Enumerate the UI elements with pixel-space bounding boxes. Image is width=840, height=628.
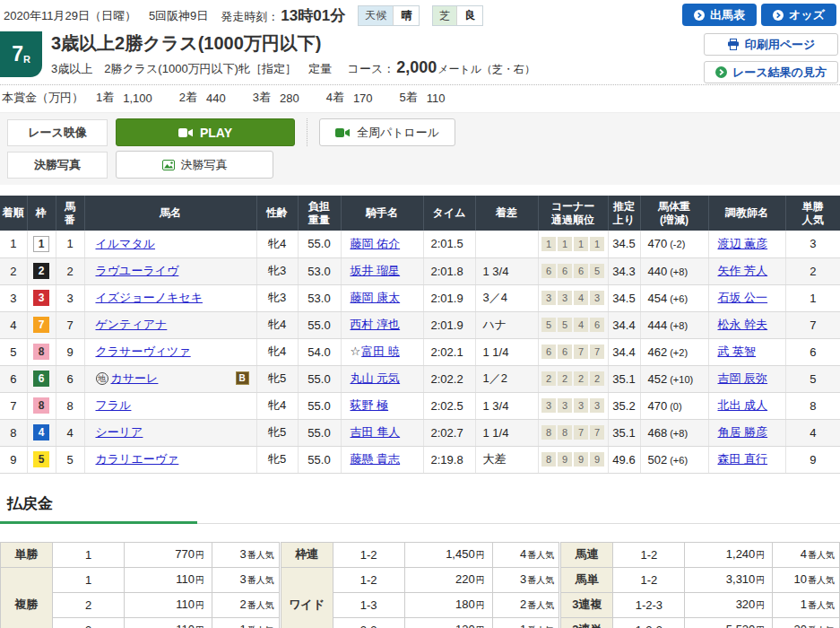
horse-name-link[interactable]: イルマタル [96, 237, 156, 250]
print-page-button[interactable]: 印刷用ページ [704, 33, 838, 56]
horse-name-link[interactable]: フラル [96, 398, 132, 412]
course-unit: メートル（芝・右） [437, 63, 535, 75]
margin: 1 3/4 [475, 392, 538, 419]
results-header-cell: 単勝 人気 [785, 196, 840, 231]
trainer-link[interactable]: 角居 勝彦 [718, 425, 768, 439]
jockey-link[interactable]: 吉田 隼人 [351, 425, 401, 439]
payout-section: 払戻金 単勝1770円3番人気複勝1110円3番人気2110円2番人気3110円… [0, 493, 840, 628]
yen-suffix: 円 [476, 550, 485, 560]
horse-name-link[interactable]: カラリエーヴァ [96, 452, 179, 466]
horse-name-link[interactable]: イズジョーノキセキ [96, 291, 203, 304]
trainer-link[interactable]: 石坂 公一 [718, 291, 768, 304]
horse-name-link[interactable]: ラヴユーライヴ [96, 264, 179, 277]
payout-amount-cell: 220円 [404, 567, 492, 592]
margin: 1 1/4 [475, 419, 538, 446]
prize-rank: 2着 [179, 90, 197, 106]
payout-amount-cell: 5,520円 [685, 617, 773, 628]
printer-icon [727, 39, 740, 50]
win-popularity: 4 [785, 419, 840, 446]
frame-number-badge: 6 [33, 371, 49, 387]
table-row: 477ゲンティアナ牝455.0西村 淳也2:01.9ハナ554634.4444(… [0, 311, 840, 338]
horse-name-cell: フラル [84, 392, 256, 419]
results-header-cell: 調教師名 [708, 196, 785, 231]
ninki-suffix: 番人気 [247, 550, 274, 560]
payout-amount-cell: 110円 [125, 567, 212, 592]
table-row: 666B地カサーレ牝555.0丸山 元気2:02.21／2222235.1452… [0, 365, 840, 392]
jockey-link[interactable]: 坂井 瑠星 [351, 264, 401, 277]
horse-name-cell: ゲンティアナ [84, 311, 256, 338]
chihou-mark: 地 [96, 372, 108, 385]
patrol-video-button[interactable]: 全周パトロール [319, 118, 455, 146]
payout-popularity: 1 [801, 597, 807, 611]
payout-popularity: 20 [794, 623, 807, 628]
race-title: 3歳以上2勝クラス(1000万円以下) [51, 31, 535, 55]
horse-name-link[interactable]: カサーレ [111, 371, 159, 385]
corner-order-cell: 2222 [538, 365, 608, 392]
win-popularity: 8 [785, 392, 840, 419]
odds-button[interactable]: オッズ [761, 4, 836, 26]
jockey-link[interactable]: 富田 暁 [361, 345, 400, 358]
results-guide-button[interactable]: レース結果の見方 [704, 61, 838, 83]
payout-row: 3連複1-2-3320円1番人気 [561, 592, 840, 617]
frame-cell: 8 [27, 392, 56, 419]
finish-position: 3 [0, 284, 27, 311]
trainer-link[interactable]: 吉岡 辰弥 [718, 371, 768, 385]
trainer-link[interactable]: 渡辺 薫彦 [718, 237, 768, 250]
trainer-link[interactable]: 矢作 芳人 [718, 264, 768, 277]
payout-type-label: 枠連 [281, 542, 333, 567]
jockey-cell: ☆富田 暁 [341, 338, 423, 365]
trainer-link[interactable]: 武 英智 [718, 345, 757, 358]
margin: 1／2 [475, 365, 538, 392]
trainer-link[interactable]: 松永 幹夫 [718, 318, 768, 331]
payout-type-label: 馬単 [561, 567, 613, 592]
payout-popularity-cell: 3番人気 [212, 542, 280, 567]
payout-amount-cell: 110円 [125, 592, 212, 617]
jockey-link[interactable]: 丸山 元気 [351, 371, 401, 385]
jockey-link[interactable]: 藤岡 佑介 [351, 237, 401, 250]
jockey-link[interactable]: 荻野 極 [351, 398, 389, 412]
jockey-link[interactable]: 藤岡 康太 [351, 291, 401, 304]
trainer-link[interactable]: 森田 直行 [718, 452, 768, 466]
jockey-link[interactable]: 西村 淳也 [351, 318, 401, 331]
finish-photo-button[interactable]: 決勝写真 [116, 151, 273, 179]
carried-weight: 55.0 [298, 365, 341, 392]
payout-row: 馬単1-23,310円10番人気 [561, 567, 840, 592]
trainer-cell: 森田 直行 [708, 446, 785, 473]
jockey-link[interactable]: 藤懸 貴志 [351, 452, 401, 466]
results-header-cell: コーナー 通過順位 [538, 196, 608, 231]
frame-number-badge: 5 [33, 451, 49, 467]
corner-position: 1 [541, 237, 556, 251]
results-header-row: 着順枠馬 番馬名性齢負担 重量騎手名タイム着差コーナー 通過順位推定 上り馬体重… [0, 196, 840, 231]
ninki-suffix: 番人気 [247, 600, 274, 610]
divider [307, 118, 307, 146]
horse-name-link[interactable]: クラサーヴィツァ [96, 345, 191, 358]
corner-position: 5 [541, 318, 556, 332]
payout-popularity-cell: 3番人気 [492, 567, 559, 592]
frame-cell: 7 [27, 311, 56, 338]
payout-popularity: 1 [239, 623, 246, 628]
trainer-cell: 武 英智 [708, 338, 785, 365]
payout-combination: 1-2 [613, 542, 685, 567]
corner-position: 2 [590, 371, 604, 386]
weather-badge: 天候 晴 [358, 5, 420, 26]
horse-name-link[interactable]: シーリア [96, 425, 143, 439]
corner-position: 1 [590, 237, 604, 251]
corner-position: 5 [590, 264, 604, 278]
trainer-cell: 角居 勝彦 [708, 419, 785, 446]
horse-name-link[interactable]: ゲンティアナ [96, 318, 168, 331]
photo-icon [162, 160, 175, 170]
play-video-button[interactable]: PLAY [116, 118, 295, 146]
arrow-circle-icon [773, 10, 784, 21]
prize-amount: 440 [206, 92, 226, 105]
sex-age: 牝3 [256, 257, 298, 284]
results-header-cell: タイム [423, 196, 475, 231]
corner-position: 6 [590, 318, 604, 332]
trainer-link[interactable]: 北出 成人 [718, 398, 768, 412]
finish-time: 2:01.9 [423, 284, 475, 311]
payout-amount-cell: 1,240円 [685, 542, 773, 567]
last-3f: 34.4 [608, 311, 640, 338]
horse-name-cell: イルマタル [84, 231, 256, 257]
horse-number: 1 [56, 231, 84, 257]
body-weight-cell: 454(+6) [640, 284, 708, 311]
entry-table-button[interactable]: 出馬表 [682, 4, 757, 26]
